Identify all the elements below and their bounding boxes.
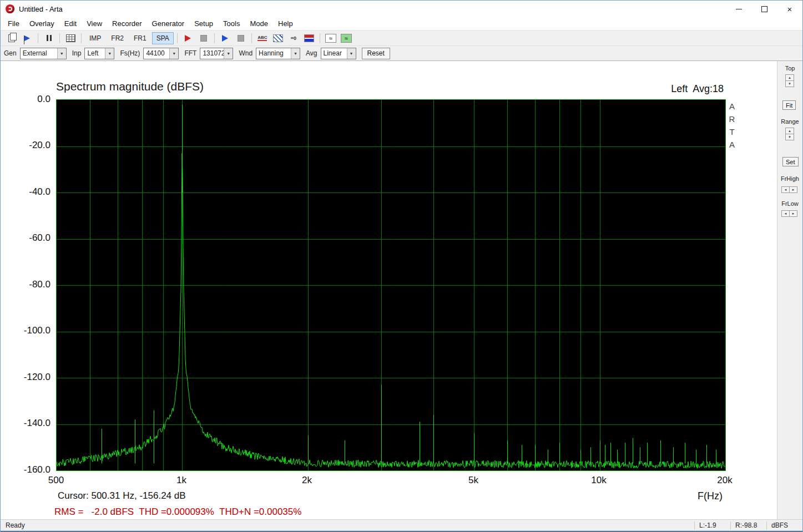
y-tick-label: -40.0	[1, 186, 50, 197]
menu-file[interactable]: File	[3, 18, 24, 29]
generator-stop-button[interactable]	[234, 32, 248, 44]
record-start-button[interactable]	[181, 32, 195, 44]
channel-avg-info: Left Avg:18	[671, 83, 724, 95]
top-down-button[interactable]: ▼	[785, 80, 794, 87]
statusbar: Ready L:-1.9 R:-98.8 dBFS	[1, 519, 802, 531]
top-spinner: ▲ ▼	[785, 75, 794, 87]
dropdown-arrow-icon: ▾	[57, 48, 66, 59]
minimize-icon	[736, 9, 742, 9]
toolbar-separator	[251, 33, 252, 43]
status-unit: dBFS	[766, 521, 802, 530]
new-document-button[interactable]	[4, 32, 19, 44]
dropdown-arrow-icon: ▾	[347, 48, 356, 59]
x-tick-label: 5k	[468, 475, 478, 486]
menu-generator[interactable]: Generator	[147, 18, 190, 29]
arta-watermark: A R T A	[728, 100, 736, 151]
gen-label: Gen	[4, 49, 17, 57]
watermark-letter: A	[728, 138, 736, 151]
fit-button[interactable]: Fit	[782, 100, 796, 110]
frlow-spinner: ◄ ►	[782, 210, 797, 217]
x-tick-label: 20k	[717, 475, 732, 486]
x-tick-label: 1k	[176, 475, 186, 486]
watermark-letter: A	[728, 100, 736, 113]
record-stop-button[interactable]	[196, 32, 211, 44]
frlow-left-button[interactable]: ◄	[781, 210, 790, 217]
frhigh-label: FrHigh	[777, 175, 802, 182]
status-left-level: L:-1.9	[694, 521, 730, 530]
gen-select[interactable]: External ▾	[20, 48, 67, 59]
watermark-letter: R	[728, 113, 736, 125]
menu-setup[interactable]: Setup	[189, 18, 218, 29]
wnd-label: Wnd	[239, 49, 252, 57]
mode-fr2-button[interactable]: FR2	[107, 32, 128, 44]
spectrum-plot[interactable]	[56, 99, 726, 471]
mode-spa-button[interactable]: SPA	[152, 32, 174, 44]
avg-select[interactable]: Linear ▾	[321, 48, 356, 59]
y-tick-label: -100.0	[1, 325, 50, 336]
abc-labels-icon: ABC	[257, 35, 267, 41]
set-button[interactable]: Set	[782, 157, 799, 166]
menu-edit[interactable]: Edit	[59, 18, 82, 29]
toolbar-separator	[214, 33, 215, 43]
mode-fr1-button[interactable]: FR1	[129, 32, 151, 44]
pause-button[interactable]	[42, 32, 56, 44]
menu-overlay[interactable]: Overlay	[24, 18, 59, 29]
toolbar-separator	[320, 33, 320, 43]
x-tick-label: 10k	[591, 475, 606, 486]
menu-help[interactable]: Help	[273, 18, 298, 29]
curve-green-icon: ≈	[341, 34, 352, 43]
fft-label: FFT	[184, 49, 196, 57]
reset-button[interactable]: Reset	[362, 48, 390, 59]
table-view-button[interactable]	[63, 32, 78, 44]
maximize-icon	[761, 6, 767, 12]
spectrum-panel: Spectrum magnitude (dBFS) Left Avg:18 0.…	[1, 60, 777, 519]
zero-level-button[interactable]: =0	[286, 32, 301, 44]
toolbar: IMP FR2 FR1 SPA ABC =0 ≈ ≈	[1, 30, 802, 45]
dropdown-arrow-icon: ▾	[291, 48, 300, 59]
curve-smooth-button[interactable]: ≈	[339, 32, 353, 44]
menu-recorder[interactable]: Recorder	[107, 18, 147, 29]
wnd-select[interactable]: Hanning ▾	[256, 48, 300, 59]
channel-bars-button[interactable]	[302, 32, 316, 44]
inp-select[interactable]: Left ▾	[84, 48, 114, 59]
wnd-value: Hanning	[256, 49, 291, 57]
avg-label: Avg	[306, 49, 317, 57]
table-grid-icon	[66, 34, 75, 42]
y-tick-label: -80.0	[1, 279, 50, 290]
pattern-view-button[interactable]	[271, 32, 285, 44]
range-label: Range	[777, 118, 802, 125]
generator-start-button[interactable]	[218, 32, 233, 44]
labels-toggle-button[interactable]: ABC	[255, 32, 270, 44]
controls-bar: Gen External ▾ Inp Left ▾ Fs(Hz) 44100 ▾…	[1, 45, 802, 60]
flag-icon	[24, 36, 30, 41]
top-label: Top	[777, 65, 802, 72]
x-tick-label: 2k	[302, 475, 312, 486]
fft-select[interactable]: 131072 ▾	[200, 48, 233, 59]
titlebar: Untitled - Arta ×	[1, 1, 802, 17]
avg-value: Linear	[321, 49, 347, 57]
range-down-button[interactable]: ▼	[785, 134, 794, 140]
minimize-button[interactable]	[726, 1, 751, 17]
frlow-label: FrLow	[777, 200, 802, 207]
maximize-button[interactable]	[751, 1, 777, 17]
frhigh-left-button[interactable]: ◄	[781, 186, 790, 193]
x-tick-label: 500	[48, 475, 64, 486]
menu-view[interactable]: View	[82, 18, 107, 29]
zero-level-icon: =0	[291, 36, 296, 41]
close-button[interactable]: ×	[777, 1, 802, 17]
mode-imp-button[interactable]: IMP	[85, 32, 105, 44]
arta-window: Untitled - Arta × File Overlay Edit View…	[0, 0, 803, 532]
inp-value: Left	[85, 49, 105, 57]
frhigh-right-button[interactable]: ►	[789, 186, 797, 193]
frlow-right-button[interactable]: ►	[789, 210, 797, 217]
fs-select[interactable]: 44100 ▾	[143, 48, 179, 59]
toolbar-separator	[38, 33, 38, 43]
toolbar-separator	[59, 33, 60, 43]
menu-mode[interactable]: Mode	[245, 18, 273, 29]
menu-tools[interactable]: Tools	[218, 18, 245, 29]
generator-stop-icon	[238, 35, 244, 42]
curve-view-button[interactable]: ≈	[324, 32, 338, 44]
marker-flag-button[interactable]	[20, 32, 34, 44]
range-spinner: ▲ ▼	[785, 128, 794, 140]
pause-icon	[47, 35, 52, 41]
